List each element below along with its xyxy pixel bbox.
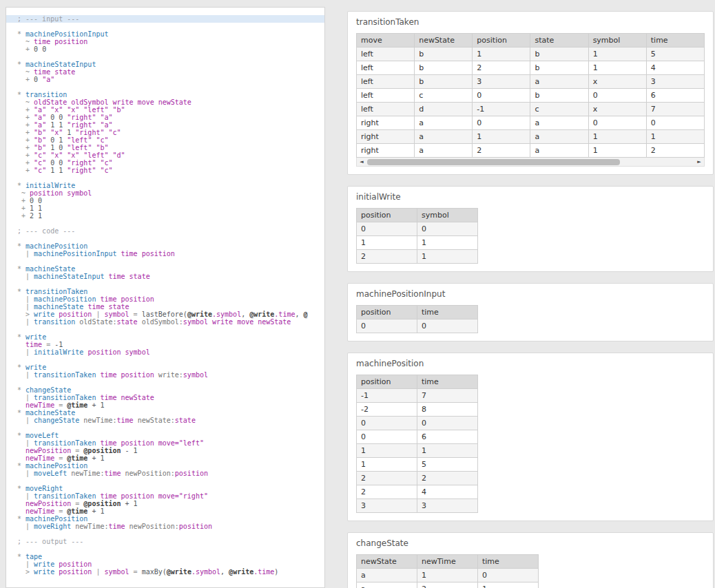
- code-line: | machineStateInput time state: [17, 273, 324, 280]
- code-line: time = -1: [17, 341, 324, 348]
- code-token: "left" "c": [67, 136, 108, 144]
- code-token: time position move="left": [100, 439, 204, 447]
- code-token: *: [17, 432, 25, 439]
- code-token: newTime: [17, 507, 59, 515]
- table-cell: 6: [646, 89, 704, 103]
- table-row: leftd-1cx7: [357, 103, 705, 116]
- code-line: | write position: [17, 560, 324, 568]
- column-header: time: [478, 555, 539, 569]
- code-token: state: [175, 417, 196, 424]
- table-cell: a: [415, 144, 473, 158]
- table-row: 22: [357, 472, 478, 485]
- table-cell: a: [530, 130, 588, 144]
- code-token: position symbol: [30, 189, 92, 197]
- table-cell: -2: [357, 403, 417, 417]
- table-title: transitionTaken: [356, 17, 705, 27]
- data-table: newStatenewTimetimea10a21a32b43b54: [356, 554, 539, 588]
- code-token: |: [17, 273, 34, 280]
- code-token: time newState: [100, 394, 154, 401]
- code-line: + 1 1: [17, 204, 324, 212]
- table-row: 24: [357, 485, 478, 499]
- table-cell: 0: [357, 319, 417, 333]
- code-token: moveLeft: [34, 470, 71, 477]
- code-token: time: [117, 417, 138, 424]
- code-token: "a": [34, 114, 50, 121]
- code-token: time: [17, 341, 46, 348]
- scroll-left-button[interactable]: ◄: [357, 158, 366, 167]
- table-cell: a: [357, 569, 417, 582]
- table-title: machinePositionInput: [356, 289, 705, 299]
- code-token: *: [17, 242, 25, 250]
- code-line: newTime = @time + 1: [17, 401, 324, 409]
- code-token: ,: [241, 311, 249, 318]
- code-token: time state: [87, 303, 129, 311]
- code-line: [17, 530, 324, 538]
- code-token: "right" "a": [67, 114, 112, 121]
- code-token: write:: [158, 371, 183, 379]
- code-editor[interactable]: ; --- input ---* machinePositionInput ~ …: [6, 7, 325, 588]
- table-head: newStatenewTimetime: [357, 555, 539, 569]
- code-token: 0 1: [50, 136, 67, 144]
- code-token: +: [17, 136, 34, 144]
- header-row: positiontime: [357, 306, 478, 319]
- table-row: righta1a11: [357, 130, 705, 144]
- code-token: =: [46, 341, 54, 348]
- table-cell: 2: [357, 472, 417, 485]
- code-line: ; --- output ---: [17, 538, 324, 545]
- code-token: 0 0: [30, 197, 42, 204]
- table-cell: 4: [646, 61, 704, 75]
- code-token: position: [179, 523, 212, 530]
- code-token: *: [17, 91, 25, 98]
- table-row: 00: [357, 222, 478, 236]
- code-token: transition: [25, 91, 67, 98]
- table-cell: 0: [588, 116, 646, 130]
- code-token: ~: [17, 68, 34, 76]
- table-cell: 0: [473, 89, 530, 103]
- code-line: + "b" 1 0 "left" "b": [17, 144, 324, 151]
- code-token: @write: [249, 311, 274, 318]
- code-token: symbol: [104, 311, 133, 318]
- code-token: machineState: [34, 303, 87, 311]
- code-line: [17, 424, 324, 432]
- table-row: righta2a12: [357, 144, 705, 158]
- code-line: * machineState: [17, 409, 324, 417]
- table-cell: 1: [473, 130, 530, 144]
- table-cell: left: [357, 48, 415, 61]
- h-scrollbar[interactable]: ◄►: [356, 158, 705, 167]
- code-token: @: [304, 311, 308, 318]
- code-token: "b": [34, 136, 50, 144]
- table-cell: 2: [417, 582, 478, 588]
- table-card-machinePosition: machinePositionpositiontime-17-280006111…: [347, 353, 714, 521]
- code-token: *: [17, 265, 25, 273]
- table-cell: a: [530, 144, 588, 158]
- code-token: maxBy(: [142, 568, 167, 576]
- code-token: 0 0: [50, 159, 67, 167]
- code-token: |: [96, 568, 104, 576]
- table-body: -17-2800061115222433: [357, 389, 478, 513]
- code-token: +: [17, 106, 34, 114]
- code-token: initialWrite: [34, 348, 87, 356]
- code-line: | machinePositionInput time position: [17, 250, 324, 258]
- code-line: + 0 0: [17, 197, 324, 204]
- code-token: "a": [34, 121, 50, 129]
- code-line: + "a" 1 1 "right" "a": [17, 121, 324, 129]
- code-token: machinePosition: [34, 295, 100, 303]
- scroll-right-button[interactable]: ►: [694, 158, 704, 167]
- h-scrollbar-thumb[interactable]: [367, 159, 620, 165]
- table-cell: left: [357, 89, 415, 103]
- table-title: initialWrite: [356, 192, 705, 202]
- code-token: -1: [54, 341, 63, 348]
- code-token: transitionTaken: [25, 288, 87, 295]
- h-scrollbar-track[interactable]: [366, 158, 694, 167]
- table-cell: 0: [357, 417, 417, 430]
- code-line: [17, 174, 324, 182]
- code-token: @time: [67, 454, 92, 462]
- table-head: positionsymbol: [357, 209, 478, 222]
- code-token: time state: [34, 68, 75, 76]
- table-cell: 7: [417, 389, 478, 403]
- code-token: |: [17, 492, 34, 500]
- table-cell: 8: [417, 403, 478, 417]
- table-cell: 1: [588, 48, 646, 61]
- code-token: .symbol: [191, 568, 220, 576]
- code-token: machineState: [25, 265, 75, 273]
